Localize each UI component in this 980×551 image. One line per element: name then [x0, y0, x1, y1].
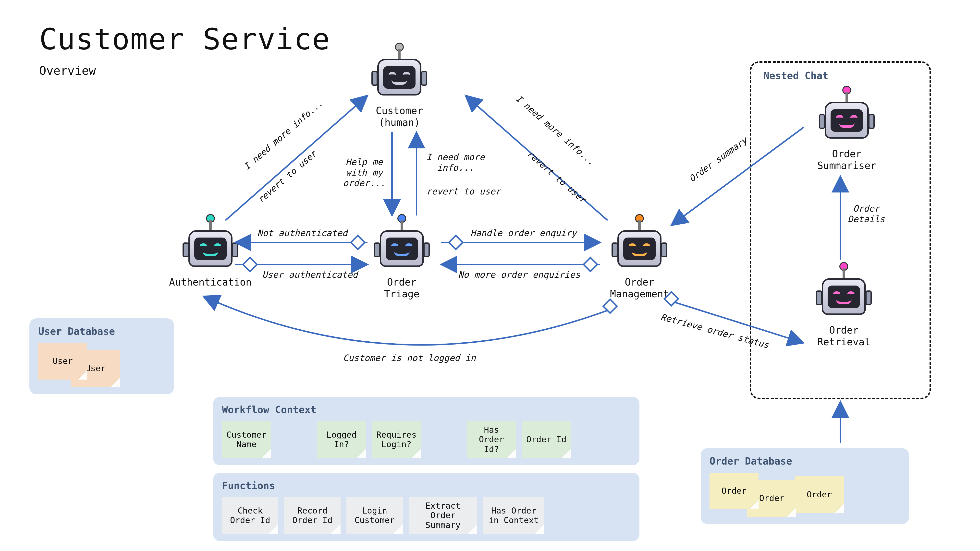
edge-triage-to-mgmt-label: Handle order enquiry	[470, 228, 576, 238]
note-extract-order-summary: Extract OrderSummary	[409, 497, 477, 534]
panel-functions-title: Functions	[222, 480, 631, 491]
agent-order-summariser: OrderSummariser	[817, 92, 877, 171]
agent-order-retrieval: OrderRetrieval	[817, 268, 870, 348]
note-has-order-in-context: Has Orderin Context	[483, 497, 544, 534]
panel-order-database: Order Database Order Order Order	[701, 448, 909, 524]
note-login-customer: LoginCustomer	[347, 497, 403, 534]
edge-retrieval-to-summariser-label: OrderDetails	[848, 203, 885, 224]
agent-order-retrieval-label: OrderRetrieval	[817, 324, 870, 348]
note-record-order-id: RecordOrder Id	[284, 497, 340, 534]
note-order-id: Order Id	[522, 421, 571, 458]
page-subtitle: Overview	[39, 64, 96, 78]
agent-order-triage-label: OrderTriage	[377, 276, 426, 300]
robot-icon	[822, 92, 871, 146]
svg-rect-12	[603, 299, 617, 313]
robot-icon	[615, 221, 664, 274]
note-logged-in: LoggedIn?	[317, 421, 366, 458]
edge-summariser-to-mgmt-label: Order summary	[687, 135, 749, 184]
agent-authentication-label: Authentication	[169, 276, 251, 288]
panel-workflow-context: Workflow Context CustomerName LoggedIn? …	[213, 397, 640, 465]
panel-order-database-title: Order Database	[710, 456, 900, 467]
nested-chat-box: Nested Chat OrderSummariser OrderRetriev…	[750, 61, 931, 399]
agent-customer-label: Customer(human)	[375, 105, 424, 128]
robot-icon	[186, 221, 235, 274]
note-order: Order	[710, 473, 759, 510]
panel-workflow-context-title: Workflow Context	[222, 404, 631, 415]
note-order: Order	[795, 476, 844, 513]
note-check-order-id: CheckOrder Id	[222, 497, 278, 534]
svg-rect-9	[449, 236, 463, 249]
robot-icon	[377, 221, 426, 274]
svg-rect-5	[351, 236, 365, 249]
agent-order-triage: OrderTriage	[377, 221, 426, 300]
edge-triage-to-customer-sublabel: revert to user	[426, 186, 501, 197]
edge-mgmt-to-auth-label: Customer is not logged in	[343, 353, 476, 363]
agent-order-management: OrderManagement	[610, 221, 669, 300]
note-customer-name: CustomerName	[222, 421, 271, 458]
edge-triage-to-customer-label: I need moreinfo...	[426, 152, 485, 173]
panel-functions: Functions CheckOrder Id RecordOrder Id L…	[213, 473, 640, 541]
note-user: User	[38, 343, 87, 380]
agent-order-management-label: OrderManagement	[610, 276, 669, 300]
note-requires-login: RequiresLogin?	[372, 421, 421, 458]
robot-icon	[819, 268, 868, 322]
edge-customer-to-triage-label: Help mewith myorder...	[343, 157, 385, 189]
panel-user-database: User Database User User	[29, 318, 174, 394]
agent-order-summariser-label: OrderSummariser	[817, 148, 877, 171]
panel-user-database-title: User Database	[38, 326, 165, 337]
edge-auth-to-triage-label: User authenticated	[262, 269, 358, 280]
page-title: Customer Service	[39, 22, 330, 56]
agent-authentication: Authentication	[169, 221, 251, 288]
svg-rect-11	[584, 257, 598, 272]
robot-icon	[375, 49, 424, 103]
edge-triage-to-auth-label: Not authenticated	[257, 228, 347, 238]
agent-customer: Customer(human)	[375, 49, 424, 128]
nested-chat-title: Nested Chat	[764, 70, 828, 81]
edge-mgmt-to-triage-label: No more order enquiries	[458, 269, 581, 280]
note-has-order-id: HasOrderId?	[467, 421, 516, 458]
